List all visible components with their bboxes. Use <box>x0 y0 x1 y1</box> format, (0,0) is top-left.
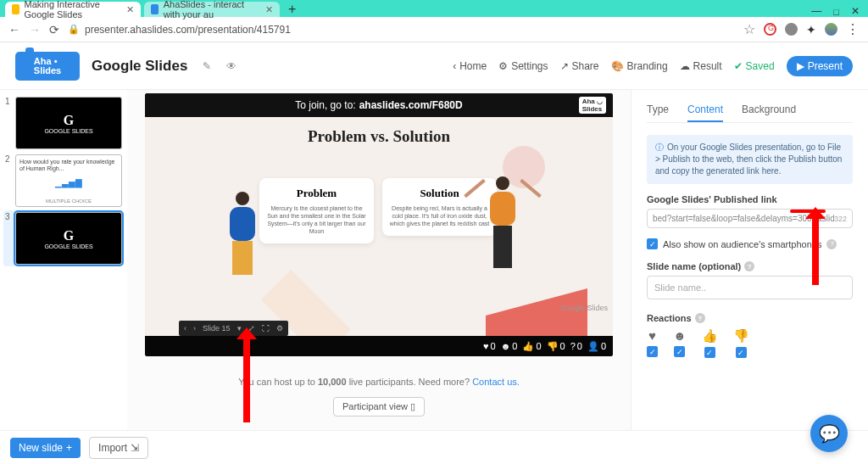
react-question[interactable]: ?0 <box>570 341 582 351</box>
react-smile[interactable]: ☻0 <box>501 341 518 351</box>
watermark: Google Slides <box>560 304 608 312</box>
help-icon[interactable]: ? <box>744 261 754 271</box>
url-field[interactable]: 🔒 presenter.ahaslides.com/presentation/4… <box>68 24 735 36</box>
doc-title[interactable]: Google Slides <box>92 58 187 75</box>
ext-icon-2[interactable] <box>785 23 798 36</box>
nav-home[interactable]: ‹Home <box>453 60 487 72</box>
react-toggle-smile[interactable]: ☻✓ <box>673 328 687 358</box>
edit-icon[interactable]: ✎ <box>203 60 211 72</box>
slide-thumbnails: 1 GGOOGLE SLIDES 2 How would you rate yo… <box>0 90 127 447</box>
illustration-person-right <box>477 176 528 270</box>
thumbsup-icon: 👍 <box>702 328 718 344</box>
fullscreen-icon[interactable]: ⛶ <box>262 324 270 333</box>
checkbox-checked-icon[interactable]: ✓ <box>647 238 658 249</box>
heart-icon: ♥ <box>483 341 489 351</box>
slide-name-input[interactable]: Slide name.. <box>647 276 853 299</box>
share-icon: ↗ <box>560 60 569 72</box>
thumbsdown-icon: 👎 <box>547 341 559 352</box>
profile-avatar-icon[interactable] <box>825 23 837 36</box>
slide-body: Problem vs. Solution Problem Mercury is … <box>145 117 613 336</box>
eye-icon[interactable]: 👁 <box>226 60 236 72</box>
link-label: Google Slides' Published link <box>647 194 853 204</box>
also-show-checkbox-row[interactable]: ✓ Also show on audience's smartphones ? <box>647 238 853 249</box>
present-button[interactable]: ▶Present <box>787 56 853 76</box>
thumb-2[interactable]: 2 How would you rate your knowledge of H… <box>5 154 122 207</box>
participant-view-button[interactable]: Participant view ▯ <box>333 397 425 416</box>
card-problem: Problem Mercury is the closest planet to… <box>259 178 374 243</box>
nav-settings[interactable]: ⚙Settings <box>498 60 548 72</box>
palette-icon: 🎨 <box>611 60 624 72</box>
browser-tab-1[interactable]: Making Interactive Google Slides ✕ <box>5 2 141 17</box>
react-toggle-heart[interactable]: ♥✓ <box>647 328 658 358</box>
slide-controls[interactable]: ‹ › Slide 15 ▾ ⤢ ⛶ ⚙ <box>179 321 288 336</box>
smile-icon: ☻ <box>673 328 687 343</box>
checkbox-checked-icon[interactable]: ✓ <box>736 347 747 358</box>
react-thumbsup[interactable]: 👍0 <box>522 341 541 352</box>
star-icon[interactable]: ☆ <box>743 21 755 37</box>
extensions-icon[interactable]: ✦ <box>806 23 816 36</box>
nav-share[interactable]: ↗Share <box>560 60 599 72</box>
tab-content[interactable]: Content <box>687 103 723 122</box>
react-heart[interactable]: ♥0 <box>483 341 496 351</box>
ext-icon-1[interactable]: G <box>764 23 776 36</box>
right-panel: Type Content Background ⓘOn your Google … <box>631 90 868 447</box>
tab-background[interactable]: Background <box>742 103 796 122</box>
checkbox-checked-icon[interactable]: ✓ <box>647 346 658 357</box>
info-box: ⓘOn your Google Slides presentation, go … <box>647 135 853 184</box>
browser-tab-2[interactable]: AhaSlides - interact with your au ✕ <box>144 2 280 17</box>
react-toggle-thumbsdown[interactable]: 👎✓ <box>733 328 749 358</box>
check-icon: ✔ <box>734 60 743 72</box>
nav-reload-icon[interactable]: ⟳ <box>49 23 59 36</box>
tab-favicon-gslides <box>12 4 19 14</box>
bottom-bar: New slide + Import ⇲ <box>0 430 868 464</box>
help-icon[interactable]: ? <box>695 313 705 323</box>
prev-icon[interactable]: ‹ <box>184 324 186 333</box>
aha-logo[interactable]: Aha •Slides <box>15 52 80 81</box>
center-column: To join, go to: ahaslides.com/F680D Aha … <box>127 90 631 447</box>
gear-icon: ⚙ <box>498 60 508 72</box>
plus-icon: + <box>66 442 72 454</box>
new-tab-button[interactable]: + <box>283 2 301 17</box>
annotation-underline <box>790 210 826 213</box>
import-button[interactable]: Import ⇲ <box>89 437 148 459</box>
card-text: Mercury is the closest planet to the Sun… <box>266 204 367 235</box>
react-toggle-thumbsup[interactable]: 👍✓ <box>702 328 718 358</box>
thumb-num: 3 <box>5 212 12 265</box>
nav-branding[interactable]: 🎨Branding <box>611 60 668 72</box>
browser-addressbar: ← → ⟳ 🔒 presenter.ahaslides.com/presenta… <box>0 17 868 42</box>
reactions-label: Reactions? <box>647 313 853 323</box>
phone-icon: ▯ <box>410 401 415 411</box>
thumb-num: 2 <box>5 154 12 207</box>
browser-menu-icon[interactable]: ⋮ <box>846 21 860 37</box>
thumb-1[interactable]: 1 GGOOGLE SLIDES <box>5 97 122 149</box>
tab-title: AhaSlides - interact with your au <box>164 0 260 20</box>
user-icon: 👤 <box>587 341 599 352</box>
also-show-label: Also show on audience's smartphones <box>663 239 821 249</box>
close-icon[interactable]: ✕ <box>126 4 134 15</box>
window-close-icon[interactable]: ✕ <box>851 5 860 17</box>
thumb-3[interactable]: 3 GGOOGLE SLIDES <box>3 210 124 266</box>
participant-count[interactable]: 👤0 <box>587 341 606 352</box>
nav-result[interactable]: ☁Result <box>680 60 722 72</box>
play-icon: ▶ <box>797 60 804 72</box>
new-slide-button[interactable]: New slide + <box>10 438 81 458</box>
tab-type[interactable]: Type <box>647 103 669 122</box>
checkbox-checked-icon[interactable]: ✓ <box>704 347 715 358</box>
nav-forward-icon[interactable]: → <box>29 23 41 36</box>
nav-back-icon[interactable]: ← <box>8 23 20 36</box>
window-max-icon[interactable]: □ <box>833 7 839 17</box>
help-icon[interactable]: ? <box>826 239 837 249</box>
checkbox-checked-icon[interactable]: ✓ <box>674 346 685 357</box>
slide-footer: ♥0 ☻0 👍0 👎0 ?0 👤0 <box>145 336 613 356</box>
reactions-row: ♥✓ ☻✓ 👍✓ 👎✓ <box>647 328 853 358</box>
slide-indicator[interactable]: Slide 15 <box>203 324 231 333</box>
gear-icon[interactable]: ⚙ <box>276 324 283 333</box>
info-icon: ⓘ <box>655 143 664 152</box>
thumbsdown-icon: 👎 <box>733 328 749 344</box>
close-icon[interactable]: ✕ <box>265 4 273 15</box>
next-icon[interactable]: › <box>193 324 196 333</box>
contact-link[interactable]: Contact us. <box>472 377 520 387</box>
window-min-icon[interactable]: — <box>811 5 821 17</box>
chat-fab[interactable]: 💬 <box>810 415 848 452</box>
react-thumbsdown[interactable]: 👎0 <box>547 341 565 352</box>
